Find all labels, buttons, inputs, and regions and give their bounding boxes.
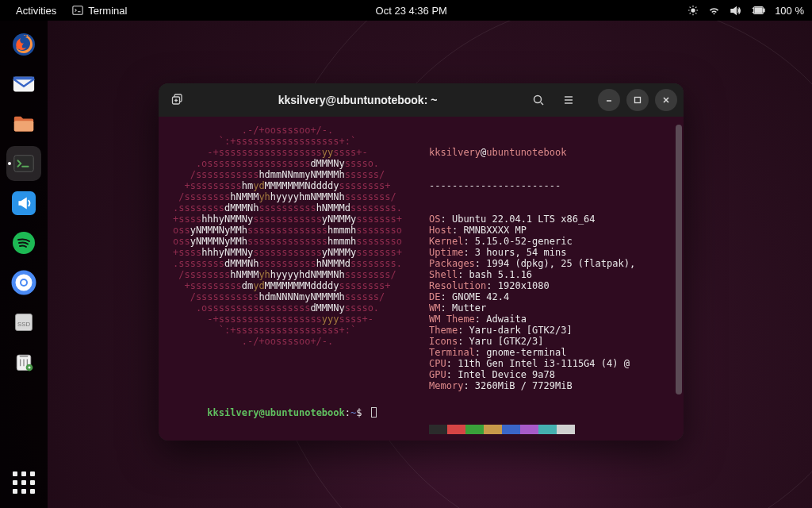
- search-button[interactable]: [527, 88, 550, 112]
- palette-swatch: [484, 425, 502, 434]
- terminal-icon: [72, 5, 83, 16]
- focused-app-menu[interactable]: Terminal: [64, 5, 135, 17]
- info-row-memory: Memory: 3260MiB / 7729MiB: [429, 380, 635, 391]
- svg-point-1: [691, 8, 695, 12]
- dock-trash[interactable]: [6, 344, 41, 379]
- svg-rect-9: [14, 156, 33, 172]
- svg-rect-4: [755, 8, 762, 13]
- window-title: kksilvery@ubuntunotebook: ~: [195, 94, 520, 106]
- terminal-body[interactable]: .-/+oossssoo+/-. `:+ssssssssssssssssss+:…: [159, 117, 684, 441]
- battery-icon: [751, 5, 765, 16]
- info-row-wm-theme: WM Theme: Adwaita: [429, 314, 635, 325]
- info-row-packages: Packages: 1994 (dpkg), 25 (flatpak),: [429, 258, 635, 269]
- info-row-icons: Icons: Yaru [GTK2/3]: [429, 336, 635, 347]
- color-palette: [429, 425, 635, 434]
- activities-button[interactable]: Activities: [8, 5, 64, 17]
- palette-swatch: [465, 425, 484, 434]
- shell-prompt[interactable]: kksilvery@ubuntunotebook:~$: [173, 396, 377, 429]
- svg-rect-8: [14, 121, 33, 131]
- info-row-os: OS: Ubuntu 22.04.1 LTS x86_64: [429, 214, 635, 225]
- dock-mail[interactable]: [6, 67, 41, 102]
- clock[interactable]: Oct 23 4:36 PM: [368, 5, 455, 17]
- show-applications-button[interactable]: [6, 465, 41, 500]
- info-row-de: DE: GNOME 42.4: [429, 291, 635, 302]
- dock: SSD: [0, 21, 48, 508]
- volume-icon: [730, 5, 741, 17]
- top-bar: Activities Terminal Oct 23 4:36 PM 100 %: [0, 0, 812, 21]
- search-icon: [532, 94, 545, 106]
- info-user: kksilvery: [429, 147, 481, 158]
- dock-firefox[interactable]: [6, 27, 41, 62]
- battery-percent: 100 %: [775, 5, 804, 17]
- close-button[interactable]: [655, 89, 677, 111]
- info-row-shell: Shell: bash 5.1.16: [429, 269, 635, 280]
- scrollbar-thumb[interactable]: [676, 125, 682, 394]
- svg-rect-0: [73, 6, 82, 15]
- info-row-uptime: Uptime: 3 hours, 54 mins: [429, 247, 635, 258]
- palette-swatch: [502, 425, 520, 434]
- dock-terminal[interactable]: [6, 146, 41, 181]
- focused-app-label: Terminal: [88, 5, 127, 17]
- brightness-icon: [688, 5, 699, 16]
- palette-swatch: [520, 425, 538, 434]
- minimize-button[interactable]: [598, 89, 620, 111]
- status-area[interactable]: 100 %: [688, 5, 804, 17]
- palette-swatch: [447, 425, 465, 434]
- palette-swatch: [429, 425, 447, 434]
- dock-megaphone[interactable]: [6, 186, 41, 221]
- menu-icon: [562, 94, 575, 106]
- info-row-terminal: Terminal: gnome-terminal: [429, 347, 635, 358]
- neofetch-info: kksilvery@ubuntunotebook ---------------…: [429, 125, 635, 441]
- info-separator: -----------------------: [429, 180, 635, 191]
- info-row-cpu: CPU: 11th Gen Intel i3-1115G4 (4) @: [429, 358, 635, 369]
- info-row-host: Host: RMNBXXXX MP: [429, 225, 635, 236]
- hamburger-menu-button[interactable]: [557, 88, 580, 112]
- wifi-icon: [708, 5, 720, 17]
- new-tab-button[interactable]: [165, 88, 189, 112]
- svg-point-21: [534, 96, 542, 103]
- svg-rect-22: [635, 98, 641, 103]
- neofetch-logo: .-/+oossssoo+/-. `:+ssssssssssssssssss+:…: [173, 125, 402, 441]
- palette-swatch: [557, 425, 575, 434]
- svg-point-15: [21, 280, 26, 285]
- dock-spotify[interactable]: [6, 225, 41, 260]
- info-row-resolution: Resolution: 1920x1080: [429, 280, 635, 291]
- maximize-button[interactable]: [626, 89, 649, 111]
- info-row-kernel: Kernel: 5.15.0-52-generic: [429, 236, 635, 247]
- dock-chromium[interactable]: [6, 265, 41, 300]
- svg-text:SSD: SSD: [17, 321, 30, 328]
- cursor-icon: [371, 407, 377, 418]
- info-host: ubuntunotebook: [486, 147, 566, 158]
- svg-rect-7: [13, 77, 34, 80]
- terminal-window: kksilvery@ubuntunotebook: ~ .-/+oossssoo…: [159, 83, 684, 441]
- svg-rect-3: [763, 9, 764, 12]
- dock-ssd[interactable]: SSD: [6, 305, 41, 340]
- dock-files[interactable]: [6, 106, 41, 141]
- palette-swatch: [538, 425, 557, 434]
- info-row-wm: WM: Mutter: [429, 302, 635, 314]
- info-row-theme: Theme: Yaru-dark [GTK2/3]: [429, 325, 635, 336]
- info-row-gpu: GPU: Intel Device 9a78: [429, 369, 635, 380]
- window-titlebar[interactable]: kksilvery@ubuntunotebook: ~: [159, 83, 684, 117]
